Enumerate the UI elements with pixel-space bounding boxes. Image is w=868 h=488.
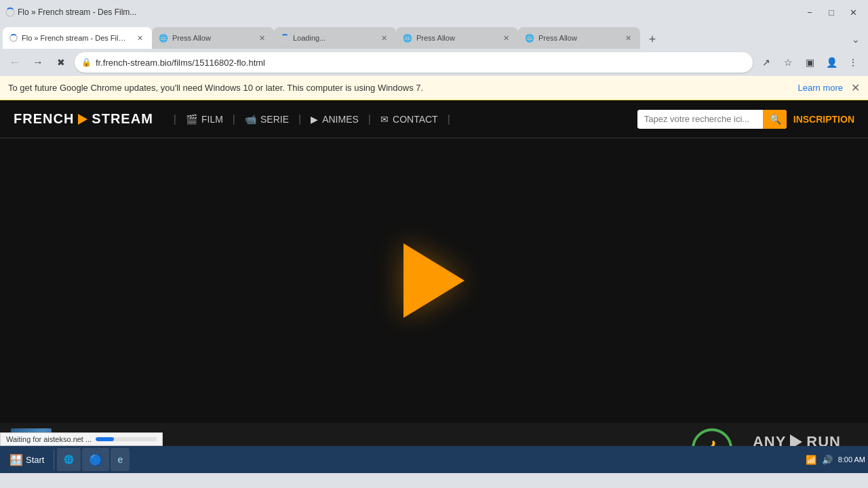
nav-contact-link[interactable]: ✉ CONTACT <box>374 111 445 127</box>
nav-serie-link[interactable]: 📹 SERIE <box>238 111 296 127</box>
nav-animes-label: ANIMES <box>322 114 359 125</box>
tab-5[interactable]: 🌐 Press Allow ✕ <box>518 27 640 49</box>
start-button[interactable]: 🪟 Start <box>3 451 51 469</box>
tab-title-active: Flo » French stream - Des Film... <box>22 34 130 42</box>
logo-text-french: FRENCH <box>14 111 74 127</box>
tab-search-icon[interactable]: ▣ <box>800 53 819 72</box>
nav-sep-3: | <box>298 113 301 125</box>
browser-frame: Flo » French stream - Des Film... − □ ✕ … <box>0 0 868 462</box>
search-bar: 🔍 INSCRIPTION <box>637 110 854 129</box>
search-icon: 🔍 <box>770 114 781 125</box>
play-button[interactable] <box>403 243 465 318</box>
nav-links: | 🎬 FILM | 📹 SERIE | ▶ ANIMES | ✉ <box>174 111 450 127</box>
back-button[interactable]: ← <box>5 53 24 72</box>
nav-film-label: FILM <box>201 114 223 125</box>
forward-button[interactable]: → <box>28 53 47 72</box>
ie-icon: 🌐 <box>64 455 74 464</box>
logo[interactable]: FRENCH STREAM <box>14 111 153 127</box>
bookmark-icon[interactable]: ☆ <box>778 53 797 72</box>
reload-button[interactable]: ✖ <box>52 53 71 72</box>
window-controls: − □ ✕ <box>800 3 863 22</box>
tab-close-3[interactable]: ✕ <box>378 33 389 43</box>
tab-title-3: Loading... <box>293 34 374 42</box>
network-icon: 📶 <box>806 455 816 465</box>
tab-close-active[interactable]: ✕ <box>134 33 145 43</box>
tab-loading-icon <box>9 34 18 42</box>
search-button[interactable]: 🔍 <box>763 110 787 129</box>
tab-title-2: Press Allow <box>172 34 252 42</box>
info-bar-close-button[interactable]: ✕ <box>851 81 860 94</box>
nav-serie-label: SERIE <box>260 114 289 125</box>
edge-icon: e <box>117 454 123 465</box>
toolbar-icons: ↗ ☆ ▣ 👤 ⋮ <box>757 53 863 72</box>
contact-icon: ✉ <box>380 114 389 125</box>
start-label: Start <box>26 455 44 465</box>
profile-icon[interactable]: 👤 <box>822 53 841 72</box>
logo-text-stream: STREAM <box>92 111 153 127</box>
tab5-favicon: 🌐 <box>525 34 534 43</box>
nav-sep-2: | <box>233 113 235 125</box>
taskbar-app-ie[interactable]: 🌐 <box>57 448 81 471</box>
windows-icon: 🪟 <box>9 453 23 466</box>
animes-icon: ▶ <box>311 114 318 125</box>
progress-inner <box>96 437 114 441</box>
menu-icon[interactable]: ⋮ <box>844 53 863 72</box>
new-tab-button[interactable]: + <box>643 30 662 49</box>
close-button[interactable]: ✕ <box>844 3 863 22</box>
maximize-button[interactable]: □ <box>822 3 841 22</box>
lock-icon: 🔒 <box>81 58 92 67</box>
title-bar: Flo » French stream - Des Film... − □ ✕ <box>0 0 868 24</box>
info-bar: To get future Google Chrome updates, you… <box>0 76 868 100</box>
chrome-icon: 🔵 <box>89 453 102 466</box>
taskbar-divider-1 <box>54 449 54 470</box>
film-icon: 🎬 <box>186 114 197 125</box>
search-input-box: 🔍 <box>637 110 787 129</box>
minimize-button[interactable]: − <box>800 3 819 22</box>
tab-title-4: Press Allow <box>416 34 496 42</box>
status-bar <box>0 473 868 488</box>
window-title: Flo » French stream - Des Film... <box>18 7 797 17</box>
navbar: FRENCH STREAM | 🎬 FILM | 📹 SERIE | ▶ <box>0 100 868 138</box>
address-bar: ← → ✖ 🔒 fr.french-stream.bio/films/15116… <box>0 49 868 76</box>
tab-close-4[interactable]: ✕ <box>500 33 511 43</box>
tab-2[interactable]: 🌐 Press Allow ✕ <box>152 27 274 49</box>
tab-close-5[interactable]: ✕ <box>623 33 633 43</box>
nav-contact-label: CONTACT <box>393 114 438 125</box>
tab2-favicon: 🌐 <box>159 34 168 43</box>
info-bar-message: To get future Google Chrome updates, you… <box>8 83 798 93</box>
system-tray: 📶 🔊 8:00 AM <box>806 455 865 465</box>
address-input-wrapper[interactable]: 🔒 fr.french-stream.bio/films/15116802-fl… <box>75 52 753 73</box>
taskbar: 🪟 Start 🌐 🔵 e 📶 🔊 8:00 AM <box>0 446 868 473</box>
share-icon[interactable]: ↗ <box>757 53 776 72</box>
tab-overflow-button[interactable]: ⌄ <box>846 30 865 49</box>
taskbar-app-chrome[interactable]: 🔵 <box>82 448 109 471</box>
nav-sep-4: | <box>368 113 371 125</box>
tab-active[interactable]: Flo » French stream - Des Film... ✕ <box>3 27 152 49</box>
tab-close-2[interactable]: ✕ <box>256 33 267 43</box>
logo-play-icon <box>78 114 87 125</box>
volume-icon: 🔊 <box>822 455 833 465</box>
status-text: Waiting for aistekso.net ... <box>6 435 92 443</box>
tab3-loading-icon <box>281 34 289 42</box>
nav-sep-1: | <box>174 113 176 125</box>
learn-more-link[interactable]: Learn more <box>798 83 843 93</box>
nav-film-link[interactable]: 🎬 FILM <box>179 111 230 127</box>
search-input[interactable] <box>637 110 763 128</box>
serie-icon: 📹 <box>245 114 256 125</box>
page-loading-spinner <box>5 7 15 17</box>
clock-display: 8:00 AM <box>838 455 865 464</box>
nav-sep-5: | <box>448 113 450 125</box>
loading-progress-bar: Waiting for aistekso.net ... <box>0 432 163 446</box>
video-container[interactable] <box>0 138 868 423</box>
tab4-favicon: 🌐 <box>403 34 412 43</box>
inscription-button[interactable]: INSCRIPTION <box>793 114 854 125</box>
time-display: 8:00 AM <box>838 455 865 464</box>
nav-animes-link[interactable]: ▶ ANIMES <box>304 111 366 127</box>
tab-bar: Flo » French stream - Des Film... ✕ 🌐 Pr… <box>0 24 868 49</box>
progress-fill <box>96 437 157 441</box>
tab-3[interactable]: Loading... ✕ <box>274 27 396 49</box>
tab-4[interactable]: 🌐 Press Allow ✕ <box>396 27 518 49</box>
address-display: fr.french-stream.bio/films/15116802-flo.… <box>96 58 746 68</box>
taskbar-app-edge[interactable]: e <box>111 448 130 471</box>
tab-title-5: Press Allow <box>538 34 618 42</box>
